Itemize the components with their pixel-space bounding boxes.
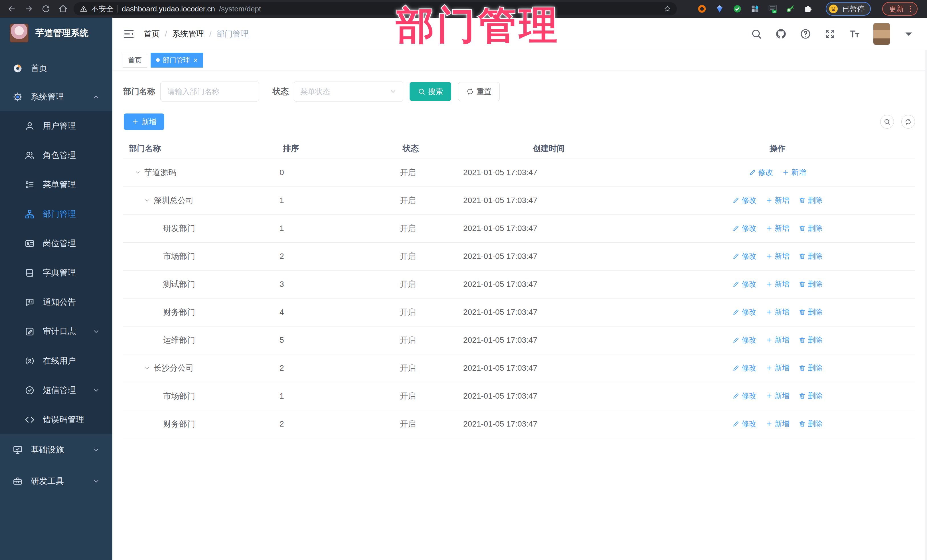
add-button[interactable]: 新增	[124, 114, 164, 130]
chevron-down-icon[interactable]	[93, 446, 100, 454]
chevron-down-icon[interactable]	[93, 328, 100, 335]
sidebar-item-infrastructure[interactable]: 基础设施	[0, 434, 112, 466]
row-action-modify[interactable]: 修改	[732, 251, 757, 261]
sidebar-item-dict-book[interactable]: 字典管理	[0, 258, 112, 287]
row-action-modify[interactable]: 修改	[732, 307, 757, 317]
row-action-add[interactable]: 新增	[766, 363, 790, 373]
show-search-toggle-button[interactable]	[880, 115, 894, 129]
address-bar[interactable]: 不安全 dashboard.yudao.iocoder.cn/system/de…	[74, 2, 677, 15]
fullscreen-icon[interactable]	[824, 28, 836, 39]
sidebar-item-user[interactable]: 用户管理	[0, 111, 112, 141]
browser-back-button[interactable]	[5, 2, 18, 15]
sidebar-item-announcement[interactable]: 通知公告	[0, 287, 112, 317]
chevron-down-icon[interactable]	[93, 387, 100, 394]
row-action-delete[interactable]: 删除	[799, 251, 823, 261]
row-action-delete[interactable]: 删除	[799, 363, 823, 373]
sidebar-item-sms[interactable]: 短信管理	[0, 375, 112, 405]
row-action-add[interactable]: 新增	[782, 167, 806, 178]
row-action-modify[interactable]: 修改	[732, 279, 757, 289]
row-action-modify[interactable]: 修改	[749, 167, 773, 178]
row-action-delete[interactable]: 删除	[799, 307, 823, 317]
chevron-down-icon[interactable]	[903, 28, 915, 39]
tree-expand-icon[interactable]	[144, 197, 154, 203]
extension-grid-icon[interactable]	[750, 4, 760, 14]
kebab-menu-icon[interactable]	[906, 5, 915, 13]
tab-active[interactable]: 部门管理×	[150, 53, 203, 68]
dept-status: 开启	[397, 326, 457, 354]
extension-green-check-icon[interactable]	[732, 4, 742, 14]
sidebar-item-dashboard[interactable]: 首页	[0, 54, 112, 83]
browser-profile-chip[interactable]: 已暂停	[826, 2, 871, 16]
sidebar-item-gear[interactable]: 系统管理	[0, 83, 112, 111]
sidebar-item-id-card[interactable]: 岗位管理	[0, 229, 112, 258]
bookmark-star-icon[interactable]	[664, 5, 671, 12]
tab-item[interactable]: 首页	[123, 53, 147, 68]
row-action-add[interactable]: 新增	[766, 391, 790, 401]
sidebar-collapse-icon[interactable]	[123, 28, 135, 40]
sidebar-item-error-code[interactable]: 错误码管理	[0, 405, 112, 434]
row-action-delete[interactable]: 删除	[799, 195, 823, 205]
row-action-add[interactable]: 新增	[766, 307, 790, 317]
row-action-modify[interactable]: 修改	[732, 223, 757, 233]
row-action-add[interactable]: 新增	[766, 251, 790, 261]
search-icon[interactable]	[751, 28, 762, 39]
tree-expand-icon[interactable]	[144, 365, 154, 371]
search-button[interactable]: 搜索	[410, 82, 451, 101]
breadcrumb-item[interactable]: 首页	[144, 29, 160, 39]
browser-home-button[interactable]	[56, 2, 70, 15]
extension-list-on-icon[interactable]: on	[767, 4, 778, 14]
github-icon[interactable]	[775, 28, 787, 39]
browser-reload-button[interactable]	[40, 2, 53, 15]
row-action-modify[interactable]: 修改	[732, 419, 757, 429]
app-logo-row[interactable]: 芋道管理系统	[0, 18, 112, 49]
row-action-modify[interactable]: 修改	[732, 363, 757, 373]
extension-gem-icon[interactable]	[714, 4, 725, 14]
browser-update-button[interactable]: 更新	[882, 2, 918, 16]
security-label[interactable]: 不安全	[91, 4, 114, 14]
action-label: 新增	[775, 279, 790, 289]
row-action-add[interactable]: 新增	[766, 335, 790, 345]
row-action-delete[interactable]: 删除	[799, 279, 823, 289]
row-action-delete[interactable]: 删除	[799, 335, 823, 345]
help-icon[interactable]	[800, 28, 811, 39]
row-action-delete[interactable]: 删除	[799, 391, 823, 401]
trash-icon	[799, 337, 806, 344]
row-action-add[interactable]: 新增	[766, 195, 790, 205]
breadcrumb-item[interactable]: 系统管理	[172, 29, 204, 39]
extension-key-icon[interactable]	[785, 4, 795, 14]
row-action-delete[interactable]: 删除	[799, 419, 823, 429]
sidebar-item-online-user[interactable]: 在线用户	[0, 346, 112, 375]
dept-name-input[interactable]	[160, 82, 259, 102]
browser-forward-button[interactable]	[22, 2, 35, 15]
extension-orange-icon[interactable]	[697, 4, 707, 14]
dept-name: 运维部门	[163, 335, 195, 346]
row-action-delete[interactable]: 删除	[799, 223, 823, 233]
row-action-add[interactable]: 新增	[766, 279, 790, 289]
tab-close-icon[interactable]: ×	[193, 56, 198, 64]
status-select[interactable]: 菜单状态	[294, 82, 403, 102]
sidebar-item-label: 部门管理	[43, 208, 76, 220]
extension-puzzle-icon[interactable]	[803, 4, 813, 14]
row-actions: 修改新增删除	[640, 410, 915, 438]
row-action-modify[interactable]: 修改	[732, 195, 757, 205]
row-actions: 修改新增删除	[640, 382, 915, 410]
sidebar-item-audit-log[interactable]: 审计日志	[0, 317, 112, 346]
chevron-up-icon[interactable]	[93, 93, 100, 101]
refresh-table-button[interactable]	[901, 115, 915, 129]
chevron-down-icon[interactable]	[93, 478, 100, 485]
scrollbar[interactable]	[925, 50, 927, 560]
row-action-modify[interactable]: 修改	[732, 391, 757, 401]
row-action-modify[interactable]: 修改	[732, 335, 757, 345]
sidebar-item-dev-tools[interactable]: 研发工具	[0, 466, 112, 497]
row-action-add[interactable]: 新增	[766, 223, 790, 233]
user-avatar[interactable]	[873, 23, 890, 45]
breadcrumb: 首页/系统管理/部门管理	[144, 29, 249, 39]
sidebar-item-org-tree[interactable]: 部门管理	[0, 199, 112, 229]
sidebar-item-menu-tree[interactable]: 菜单管理	[0, 170, 112, 199]
row-action-add[interactable]: 新增	[766, 419, 790, 429]
tree-expand-icon[interactable]	[135, 169, 144, 176]
sidebar-item-users[interactable]: 角色管理	[0, 141, 112, 170]
font-size-icon[interactable]	[849, 28, 860, 39]
reset-button[interactable]: 重置	[458, 82, 500, 101]
dept-name: 财务部门	[163, 307, 195, 318]
